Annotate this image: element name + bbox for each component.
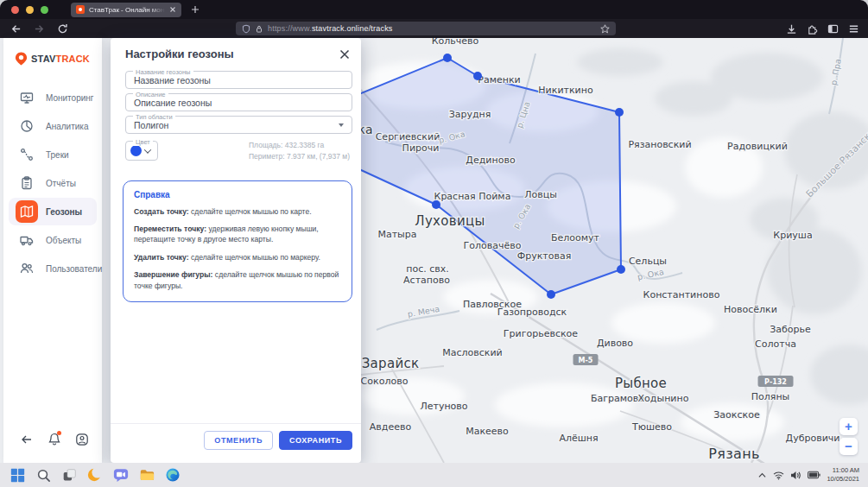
help-card: Справка Создать точку: сделайте щелчок м… (123, 180, 352, 303)
navigation-bar: https://www.stavtrack.online/tracks (0, 19, 868, 38)
description-field[interactable]: Описание Описание геозоны (125, 93, 352, 111)
file-explorer-icon[interactable] (137, 465, 156, 484)
map-label: Макеево (466, 426, 509, 437)
truck-icon (16, 229, 38, 251)
area-type-value: Полигон (134, 120, 168, 130)
app-logo: STAVTRACK (3, 38, 102, 72)
reload-icon[interactable] (57, 23, 68, 35)
extensions-icon[interactable] (807, 23, 818, 35)
geozone-name-field[interactable]: Название геозоны Название геозоны (125, 71, 352, 89)
sidebar-item-users[interactable]: Пользователи (9, 255, 97, 282)
back-icon[interactable] (10, 23, 22, 35)
url-text: https://www.stavtrack.online/tracks (268, 24, 393, 33)
clock[interactable]: 11:00 AM 10/05/2021 (827, 466, 859, 484)
sidebar-item-analytics[interactable]: Аналитика (9, 112, 97, 140)
taskbar: 11:00 AM 10/05/2021 (0, 463, 868, 487)
geozone-settings-panel: Настройки геозоны Название геозоны Назва… (111, 38, 361, 463)
search-icon[interactable] (34, 465, 53, 484)
zoom-out-button[interactable]: − (839, 438, 858, 455)
app-content: М-5Р-132 КольчевоРаменкиНикиткиноЗарудня… (0, 38, 868, 463)
map-zoom-controls: + − (839, 418, 858, 455)
wifi-icon[interactable] (773, 471, 784, 480)
cancel-button[interactable]: ОТМЕНИТЬ (204, 431, 273, 450)
tray-chevron-icon[interactable] (757, 471, 767, 479)
volume-icon[interactable] (790, 471, 801, 480)
nav-buttons (0, 23, 68, 35)
map-label: Белоомут (551, 232, 600, 244)
save-button[interactable]: СОХРАНИТЬ (279, 431, 352, 450)
map-label: Дединово (466, 155, 516, 166)
taskbar-icons (0, 465, 182, 484)
collapse-sidebar-icon[interactable] (21, 434, 33, 445)
notification-badge (57, 431, 61, 435)
sidebar-item-reports[interactable]: Отчёты (9, 169, 97, 197)
screen: СтавТрак - Онлайн мониторин (0, 0, 868, 487)
url-bar[interactable]: https://www.stavtrack.online/tracks (236, 22, 616, 35)
map-label: Радовицкий (727, 141, 788, 152)
system-tray: 11:00 AM 10/05/2021 (757, 466, 868, 484)
map-label: Ходынино (638, 393, 689, 404)
help-item: Завершение фигуры: сделайте щелчок мышью… (134, 269, 341, 291)
polygon-vertex-handle[interactable] (473, 72, 482, 80)
start-button-icon[interactable] (8, 465, 27, 484)
task-view-icon[interactable] (60, 465, 79, 484)
forward-icon[interactable] (34, 23, 45, 35)
users-icon (16, 257, 38, 280)
sidebar-item-monitoring[interactable]: Мониторинг (9, 84, 97, 111)
map-label: Летуново (420, 401, 467, 412)
sidebar-item-tracks[interactable]: Треки (9, 141, 97, 168)
area-type-select[interactable]: Тип области Полигон (125, 116, 352, 134)
sidebar-item-geozones[interactable]: Геозоны (9, 198, 97, 225)
window-maximize-icon[interactable] (41, 6, 48, 14)
map-label: пос. свх. (406, 263, 449, 275)
sidebar-toggle-icon[interactable] (827, 23, 839, 35)
browser-tab[interactable]: СтавТрак - Онлайн мониторин (71, 3, 181, 17)
lock-icon[interactable] (255, 24, 263, 34)
battery-icon[interactable] (808, 471, 820, 479)
polygon-vertex-handle[interactable] (615, 108, 624, 117)
zoom-in-button[interactable]: + (839, 418, 858, 435)
profile-icon[interactable] (76, 433, 88, 446)
window-close-icon[interactable] (11, 6, 19, 14)
color-row: Цвет Площадь: 432.3385 га Периметр: 7.93… (125, 140, 352, 162)
color-swatch (130, 145, 142, 156)
bookmark-star-icon[interactable] (600, 24, 610, 34)
map-label: Тюшево (631, 421, 672, 433)
map-label: Рязань (708, 446, 759, 462)
map-label: Константиново (643, 289, 720, 300)
panel-header: Настройки геозоны (111, 38, 361, 67)
pie-chart-icon (16, 115, 38, 137)
map-label: Григорьевское (504, 328, 578, 339)
map-label: Криуша (773, 230, 812, 241)
polygon-vertex-handle[interactable] (617, 265, 625, 274)
tab-close-icon[interactable] (169, 6, 176, 13)
crescent-app-icon[interactable] (86, 465, 105, 484)
map-label: Фруктовая (517, 250, 572, 262)
map-label: Рыбное (615, 376, 667, 391)
time: 11:00 AM (827, 466, 859, 475)
menu-icon[interactable] (848, 23, 859, 35)
notifications-bell-icon[interactable] (48, 433, 60, 446)
site-favicon (76, 5, 85, 14)
color-picker[interactable]: Цвет (125, 141, 158, 161)
description-label: Описание (133, 91, 168, 98)
polygon-vertex-handle[interactable] (432, 200, 440, 209)
panel-fields: Название геозоны Название геозоны Описан… (111, 67, 361, 169)
map-label: Заборье (770, 324, 811, 335)
sidebar-nav: Мониторинг Аналитика Треки (3, 72, 102, 283)
sidebar-footer (3, 433, 102, 463)
close-icon[interactable] (339, 49, 350, 60)
geozone-name-value: Название геозоны (134, 75, 211, 85)
window-minimize-icon[interactable] (26, 6, 34, 14)
map-label: Красная Пойма (434, 191, 511, 202)
polygon-vertex-handle[interactable] (547, 290, 555, 299)
map-label: Новосёлки (724, 304, 777, 315)
panel-footer: ОТМЕНИТЬ СОХРАНИТЬ (111, 423, 361, 463)
polygon-vertex-handle[interactable] (443, 54, 452, 62)
edge-browser-icon[interactable] (163, 465, 182, 484)
new-tab-icon[interactable] (191, 5, 200, 14)
downloads-icon[interactable] (786, 23, 797, 35)
sidebar-item-objects[interactable]: Объекты (9, 226, 97, 254)
chat-icon[interactable] (111, 465, 130, 484)
shield-icon[interactable] (242, 24, 250, 34)
